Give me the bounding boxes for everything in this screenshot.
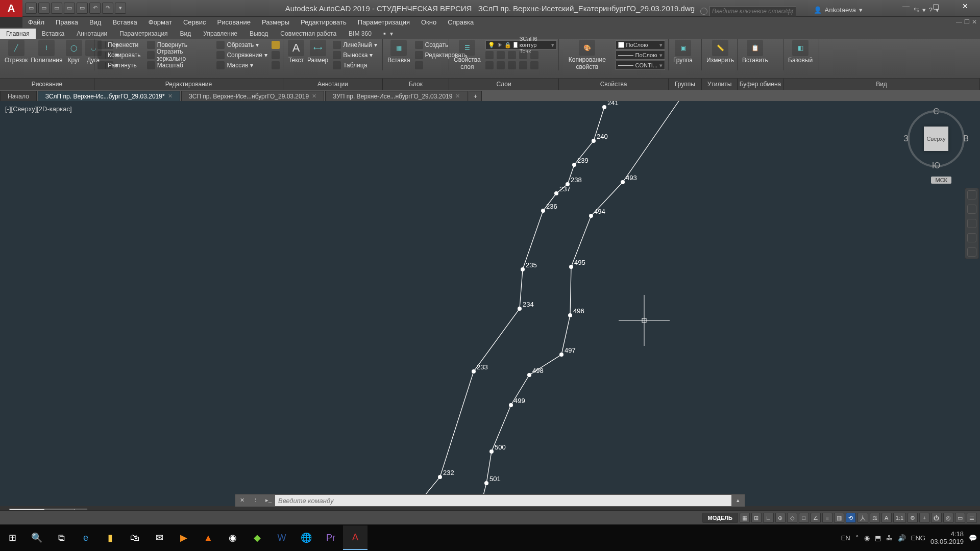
panel-title-annot[interactable]: Аннотации xyxy=(283,79,383,90)
array-button[interactable]: Массив▾ xyxy=(216,61,267,70)
panel-title-groups[interactable]: Группы xyxy=(669,79,702,90)
linetype-combo[interactable]: CONTI...▾ xyxy=(616,61,665,70)
menu-window[interactable]: Окно xyxy=(415,18,442,26)
menu-edit[interactable]: Правка xyxy=(50,18,84,26)
layer-walk-icon[interactable] xyxy=(508,61,516,69)
layer-freeze-icon[interactable] xyxy=(497,51,505,59)
close-icon[interactable]: ✕ xyxy=(312,93,316,99)
media-icon[interactable]: ▶ xyxy=(172,525,196,550)
scale-button[interactable]: 1:1 xyxy=(893,513,906,523)
tray-steam-icon[interactable]: ◉ xyxy=(864,534,870,542)
wcs-button[interactable]: МСК xyxy=(931,177,951,184)
qat-plot-icon[interactable]: ▭ xyxy=(77,3,88,14)
panel-title-draw[interactable]: Рисование xyxy=(0,79,94,90)
drawing-tab-1[interactable]: ЗСлП пр. Верхне-Ис...бургГО_29.03.2019*✕ xyxy=(38,91,180,101)
layer-lock-icon[interactable] xyxy=(508,51,516,59)
layer-copy-icon[interactable] xyxy=(519,61,527,69)
menu-file[interactable]: Файл xyxy=(22,18,50,26)
drawing-tab-2[interactable]: ЗСП пр. Верхне-Исе...нбургГО_29.03.2019✕ xyxy=(181,91,324,101)
panel-title-utils[interactable]: Утилиты xyxy=(702,79,738,90)
fillet-button[interactable]: Сопряжение▾ xyxy=(216,51,267,60)
qat-dropdown-icon[interactable]: ▾ xyxy=(115,3,126,14)
baseview-button[interactable]: ◧Базовый xyxy=(787,40,814,70)
nav-zoom-icon[interactable] xyxy=(967,219,976,228)
ortho-toggle-icon[interactable]: ∟ xyxy=(763,513,774,523)
tray-nvidia-icon[interactable]: ⬒ xyxy=(875,534,881,542)
layer-iso-icon[interactable] xyxy=(530,51,538,59)
menu-tools[interactable]: Сервис xyxy=(178,18,212,26)
qat-new-icon[interactable]: ▭ xyxy=(26,3,37,14)
search-input[interactable] xyxy=(709,6,796,16)
cmd-close-icon[interactable]: ✕ xyxy=(235,494,249,507)
tray-volume-icon[interactable]: 🔊 xyxy=(898,534,906,542)
drawing-canvas[interactable]: [-][Сверху][2D-каркас] 24124023923823723… xyxy=(0,101,980,506)
menu-format[interactable]: Формат xyxy=(143,18,178,26)
tray-network-icon[interactable]: 🖧 xyxy=(886,534,893,542)
text-button[interactable]: AТекст xyxy=(286,40,306,70)
cmd-handle-icon[interactable]: ⋮ xyxy=(249,494,262,507)
tab-manage[interactable]: Управление xyxy=(197,29,243,39)
gear-icon[interactable]: ⚙ xyxy=(908,513,918,523)
mail-icon[interactable]: ✉ xyxy=(147,525,172,550)
search-task-icon[interactable]: 🔍 xyxy=(24,525,49,550)
doc-minimize-icon[interactable]: — xyxy=(956,18,962,26)
steam-icon[interactable]: ◉ xyxy=(220,525,245,550)
cmd-history-icon[interactable]: ▴ xyxy=(731,494,745,507)
menu-modify[interactable]: Редактировать xyxy=(295,18,352,26)
clean-screen-icon[interactable]: ▭ xyxy=(955,513,965,523)
viewcube[interactable]: С Ю З В Сверху xyxy=(905,108,967,169)
maximize-button[interactable]: ▢ xyxy=(921,0,950,13)
model-space-button[interactable]: МОДЕЛЬ xyxy=(702,513,738,523)
move-button[interactable]: Перенести xyxy=(97,40,141,49)
panel-title-block[interactable]: Блок xyxy=(383,79,449,90)
layer-props-button[interactable]: ☰Свойства слоя xyxy=(452,40,482,70)
app-icon[interactable]: ◆ xyxy=(245,525,270,550)
doc-close-icon[interactable]: ✕ xyxy=(972,18,977,26)
doc-restore-icon[interactable]: ❐ xyxy=(964,18,970,26)
tab-bim360[interactable]: BIM 360 xyxy=(342,29,378,39)
layer-make-icon[interactable] xyxy=(497,61,505,69)
table-button[interactable]: Таблица xyxy=(333,61,377,70)
drawing-tab-3[interactable]: ЗУП пр. Верхне-Исе...нбургГО_29.03.2019✕ xyxy=(325,91,468,101)
isoplane-icon[interactable]: ◇ xyxy=(787,513,797,523)
block-attr-icon[interactable] xyxy=(415,61,423,69)
linear-dim-button[interactable]: Линейный▾ xyxy=(333,40,377,49)
scale-button[interactable]: Масштаб xyxy=(147,61,211,70)
layer-merge-icon[interactable] xyxy=(530,61,538,69)
customize-status-icon[interactable]: ☰ xyxy=(967,513,977,523)
annovis-icon[interactable]: ⚖ xyxy=(870,513,880,523)
panel-title-layers[interactable]: Слои xyxy=(449,79,559,90)
autocad-task-icon[interactable]: A xyxy=(343,525,368,550)
tab-view[interactable]: Вид xyxy=(174,29,198,39)
group-button[interactable]: ▣Группа xyxy=(672,40,694,70)
tab-output[interactable]: Вывод xyxy=(243,29,274,39)
isolate-icon[interactable]: ◎ xyxy=(943,513,953,523)
nav-orbit-icon[interactable] xyxy=(967,233,976,242)
drawing-tab-add[interactable]: + xyxy=(469,91,482,101)
tray-lang2[interactable]: ENG xyxy=(911,534,925,542)
polyline-button[interactable]: ⌇Полилиния xyxy=(29,40,64,70)
help-search[interactable] xyxy=(700,6,796,16)
premiere-icon[interactable]: Pr xyxy=(318,525,343,550)
offset-icon[interactable] xyxy=(272,61,280,69)
menu-help[interactable]: Справка xyxy=(442,18,479,26)
app-logo[interactable]: A xyxy=(0,0,22,17)
close-icon[interactable]: ✕ xyxy=(168,93,173,99)
qat-redo-icon[interactable]: ↷ xyxy=(102,3,113,14)
mirror-button[interactable]: Отразить зеркально xyxy=(147,51,211,60)
chrome-icon[interactable]: 🌐 xyxy=(294,525,318,550)
snap-toggle-icon[interactable]: ⊞ xyxy=(751,513,762,523)
tab-parametric[interactable]: Параметризация xyxy=(113,29,174,39)
tab-more-icon[interactable]: ▫️ ▾ xyxy=(378,29,396,39)
minimize-button[interactable]: — xyxy=(891,0,921,13)
grid-toggle-icon[interactable]: ▦ xyxy=(740,513,750,523)
qat-saveas-icon[interactable]: ▭ xyxy=(64,3,75,14)
nav-pan-icon[interactable] xyxy=(967,205,976,214)
leader-button[interactable]: Выноска▾ xyxy=(333,51,377,60)
layer-prev-icon[interactable] xyxy=(485,51,494,59)
layer-combo[interactable]: 💡☀🔒 ЗСлП6 контур Точк ▾ xyxy=(485,40,557,49)
tray-chevron-icon[interactable]: ˄ xyxy=(855,534,859,542)
word-icon[interactable]: W xyxy=(270,525,294,550)
store-icon[interactable]: 🛍 xyxy=(122,525,147,550)
lineweight-combo[interactable]: ПоСлою▾ xyxy=(616,51,665,60)
